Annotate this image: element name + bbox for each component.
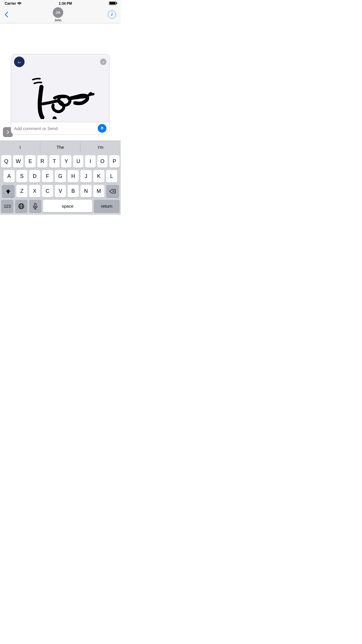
wifi-icon [17,1,22,6]
keyboard: Q W E R T Y U I O P A S D F G H J K [0,153,121,215]
numbers-key[interactable]: 123 [1,200,13,212]
key-o[interactable]: O [97,155,108,168]
key-q[interactable]: Q [1,155,11,168]
sticker-content [11,69,109,122]
keyboard-row-2: A S D F G H J K L [1,170,120,183]
page: Carrier 1:34 PM JA [0,0,121,215]
key-k[interactable]: K [93,170,104,183]
key-r[interactable]: R [37,155,48,168]
contact-name: John [55,18,61,22]
key-c[interactable]: C [42,185,53,197]
sticker-card: خط × [11,54,110,135]
suggestions-bar: I The I'm [0,141,121,153]
carrier-label: Carrier [5,1,16,6]
suggestion-the[interactable]: The [40,141,80,153]
key-s[interactable]: S [16,170,27,183]
key-i[interactable]: I [85,155,95,168]
keyboard-section: I The I'm Q W E R T Y U I O P [0,141,121,215]
key-u[interactable]: U [73,155,83,168]
suggestion-im[interactable]: I'm [80,141,121,153]
calligraphy-image [17,72,104,119]
mic-key[interactable] [29,200,41,212]
keyboard-row-4: 123 [1,200,120,214]
key-t[interactable]: T [49,155,59,168]
key-z[interactable]: Z [16,185,27,197]
svg-point-3 [52,116,57,119]
sticker-app-icon: خط [14,57,24,67]
svg-point-0 [19,4,20,5]
space-key[interactable]: space [43,200,92,212]
svg-rect-6 [34,203,36,207]
key-v[interactable]: V [55,185,66,197]
avatar-initials: JA [56,10,61,15]
globe-key[interactable] [15,200,27,212]
suggestion-i[interactable]: I [0,141,40,153]
key-n[interactable]: N [80,185,92,197]
key-g[interactable]: G [55,170,66,183]
key-w[interactable]: W [13,155,23,168]
sticker-input-row [11,122,109,134]
key-x[interactable]: X [29,185,40,197]
info-icon: i [111,12,113,17]
key-e[interactable]: E [25,155,35,168]
svg-text:خط: خط [17,61,21,64]
status-bar: Carrier 1:34 PM [0,0,121,6]
key-m[interactable]: M [93,185,104,197]
key-d[interactable]: D [29,170,40,183]
key-j[interactable]: J [80,170,92,183]
key-b[interactable]: B [68,185,79,197]
nav-center: JA John [53,7,63,22]
status-time: 1:34 PM [59,1,72,6]
battery-indicator [109,1,116,6]
key-y[interactable]: Y [61,155,71,168]
close-button[interactable]: × [100,59,107,65]
return-key[interactable]: return [94,200,120,212]
key-p[interactable]: P [109,155,120,168]
chat-area: خط × [0,23,121,141]
keyboard-row-1: Q W E R T Y U I O P [1,155,120,168]
key-h[interactable]: H [68,170,79,183]
nav-bar: JA John i [0,6,121,23]
key-a[interactable]: A [3,170,15,183]
sticker-header: خط × [11,54,109,69]
key-f[interactable]: F [42,170,53,183]
key-l[interactable]: L [106,170,117,183]
send-button[interactable] [98,124,107,133]
comment-input[interactable] [14,126,98,131]
carrier-info: Carrier [5,1,22,6]
shift-key[interactable] [2,185,15,197]
keyboard-row-3: Z X C V B N M [1,185,120,197]
back-button[interactable] [5,12,8,18]
avatar: JA [53,7,63,18]
backspace-key[interactable] [106,185,119,197]
info-button[interactable]: i [108,10,116,19]
